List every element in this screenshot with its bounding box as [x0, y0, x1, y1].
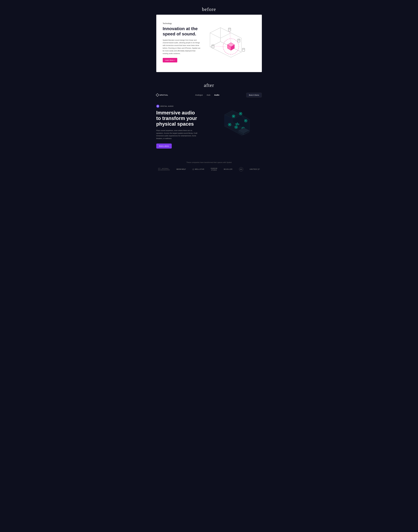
national-geographic-text: NATIONALGEOGRAPHIC [161, 168, 170, 171]
companies-logos: ▮ NATIONALGEOGRAPHIC MEOW WOLF Wellstar … [156, 167, 262, 171]
nav-link-audio[interactable]: Audio [214, 94, 219, 96]
company-logo-united: UNITED [250, 168, 260, 170]
company-logo-wellstar: Wellstar [192, 168, 204, 170]
before-card: Technology Innovation at the speed of so… [156, 15, 262, 72]
hero-badge-text: SPATIAL AUDIO [160, 105, 174, 107]
svg-line-19 [214, 46, 228, 47]
companies-section: These companies have transformed their s… [156, 156, 262, 176]
spatial-audio-badge-icon [156, 105, 159, 108]
before-label: before [202, 6, 216, 12]
hero-heading: Immersive audio to transform your physic… [156, 110, 197, 127]
nav-link-analogue[interactable]: Analogue [195, 94, 203, 96]
wellstar-icon [192, 168, 194, 170]
united-icon [257, 168, 260, 170]
meow-wolf-text: MEOW WOLF [176, 168, 186, 170]
before-heading: Innovation at the speed of sound. [163, 26, 201, 36]
svg-rect-7 [229, 28, 230, 29]
hero-description: Place sound anywhere, even where there a… [156, 129, 197, 140]
nav-logo-text: SPATIAL [160, 94, 168, 96]
random-studio-text: RandomStudio [211, 168, 217, 171]
before-room-svg [207, 23, 255, 64]
nav-link-auto[interactable]: Auto [207, 94, 210, 96]
hero-left-content: SPATIAL AUDIO Immersive audio to transfo… [156, 105, 197, 149]
after-section: SPATIAL Analogue Auto Audio Book A Demo … [156, 91, 262, 176]
company-logo-meow-wolf: MEOW WOLF [176, 168, 186, 170]
svg-rect-13 [243, 49, 244, 50]
hero-book-demo-button[interactable]: Book a demo [156, 144, 172, 149]
nav-book-demo-button[interactable]: Book A Demo [246, 93, 262, 97]
nav-links: Analogue Auto Audio [195, 94, 219, 96]
after-label: after [204, 82, 214, 88]
companies-label: These companies have transformed their s… [156, 162, 262, 163]
company-logo-national-geographic: ▮ NATIONALGEOGRAPHIC [158, 168, 170, 171]
learn-more-button[interactable]: Learn More > [163, 58, 177, 62]
before-illustration [207, 23, 255, 64]
gs-icon: GS [239, 167, 243, 171]
wellstar-text: Wellstar [195, 168, 204, 170]
hero-illustration [200, 105, 262, 139]
after-nav: SPATIAL Analogue Auto Audio Book A Demo [156, 91, 262, 100]
svg-point-21 [158, 106, 158, 106]
after-hero: SPATIAL AUDIO Immersive audio to transfo… [156, 105, 262, 149]
before-tag: Technology [163, 23, 201, 24]
united-text: UNITED [250, 168, 257, 170]
company-logo-mugler: MUGLER [224, 168, 232, 170]
before-content-left: Technology Innovation at the speed of so… [163, 23, 201, 62]
svg-rect-11 [238, 39, 239, 40]
before-description: Spatial liberates sound design from line… [163, 39, 201, 55]
company-logo-gs: GS [239, 167, 243, 171]
nav-logo: SPATIAL [156, 94, 168, 96]
hero-badge: SPATIAL AUDIO [156, 105, 197, 108]
national-geographic-icon: ▮ [158, 168, 160, 171]
svg-marker-0 [210, 42, 241, 57]
after-room-svg [222, 106, 262, 139]
logo-diamond-icon [156, 93, 159, 97]
company-logo-random-studio: RandomStudio [211, 168, 217, 171]
mugler-text: MUGLER [224, 168, 232, 170]
